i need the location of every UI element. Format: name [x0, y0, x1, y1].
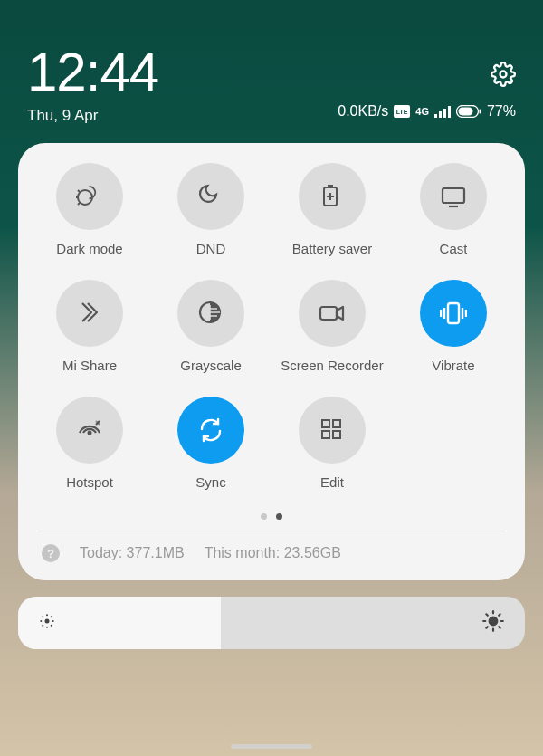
battery-plus-icon — [299, 163, 366, 230]
tile-label: Vibrate — [432, 358, 474, 373]
notification-header: 12:44 Thu, 9 Apr 0.0KB/s LTE 4G 77% — [0, 0, 543, 130]
tile-sync[interactable]: Sync — [150, 397, 272, 490]
tile-label: Screen Recorder — [281, 358, 383, 373]
home-indicator[interactable] — [231, 744, 312, 749]
tile-mi-share[interactable]: Mi Share — [29, 280, 150, 373]
tile-label: Grayscale — [180, 358, 242, 373]
data-usage-month: This month: 23.56GB — [205, 545, 341, 561]
tile-vibrate[interactable]: Vibrate — [393, 280, 514, 373]
data-usage-row[interactable]: ? Today: 377.1MB This month: 23.56GB — [29, 531, 514, 564]
brightness-high-icon — [462, 609, 525, 636]
quick-settings-panel: Dark modeDNDBattery saverCastMi ShareGra… — [18, 143, 525, 580]
data-usage-today: Today: 377.1MB — [80, 545, 185, 561]
svg-point-14 — [52, 620, 54, 622]
svg-text:LTE: LTE — [396, 109, 408, 115]
grayscale-icon — [177, 280, 244, 347]
tile-label: Cast — [440, 241, 468, 256]
network-type: 4G — [415, 107, 429, 117]
tile-label: Sync — [195, 474, 225, 490]
camcorder-icon — [299, 280, 366, 347]
settings-button[interactable] — [491, 62, 516, 91]
tile-label: DND — [196, 241, 226, 256]
vibrate-icon — [420, 280, 487, 347]
svg-rect-4 — [439, 111, 442, 118]
svg-point-12 — [46, 627, 48, 628]
tile-label: Hotspot — [66, 474, 113, 490]
tile-label: Battery saver — [292, 241, 372, 256]
help-icon: ? — [42, 544, 60, 562]
clock: 12:44 — [27, 45, 158, 100]
tile-battery-saver[interactable]: Battery saver — [272, 163, 393, 256]
gear-icon — [491, 62, 516, 87]
tile-hotspot[interactable]: Hotspot — [29, 397, 150, 490]
svg-point-13 — [40, 620, 42, 622]
hotspot-icon — [56, 397, 123, 464]
cast-icon — [420, 163, 487, 230]
tile-dnd[interactable]: DND — [150, 163, 272, 256]
svg-point-11 — [46, 614, 48, 616]
moon-icon — [177, 163, 244, 230]
svg-rect-6 — [448, 106, 451, 118]
pager-dot — [261, 513, 267, 520]
svg-point-18 — [51, 625, 52, 627]
svg-point-0 — [500, 72, 507, 78]
sync-icon — [177, 397, 244, 464]
svg-rect-3 — [434, 114, 437, 118]
svg-point-16 — [51, 616, 52, 617]
volte-icon: LTE — [394, 105, 410, 118]
battery-percent: 77% — [487, 103, 516, 120]
tile-edit[interactable]: Edit — [272, 397, 393, 490]
svg-line-23 — [499, 627, 500, 628]
tile-label: Mi Share — [62, 358, 117, 373]
grid-icon — [299, 397, 366, 464]
brightness-low-icon — [18, 612, 76, 634]
tile-screen-recorder[interactable]: Screen Recorder — [272, 280, 393, 373]
tile-label: Dark mode — [56, 241, 122, 256]
mi-share-icon — [56, 280, 123, 347]
svg-line-22 — [486, 614, 488, 616]
dark-mode-icon — [56, 163, 123, 230]
signal-icon — [434, 105, 451, 118]
page-indicator — [29, 513, 514, 520]
data-speed: 0.0KB/s — [338, 103, 388, 120]
svg-rect-5 — [443, 109, 446, 118]
svg-rect-9 — [479, 110, 481, 114]
svg-rect-8 — [458, 108, 472, 116]
svg-point-19 — [490, 617, 498, 626]
tile-dark-mode[interactable]: Dark mode — [29, 163, 150, 256]
tile-cast[interactable]: Cast — [393, 163, 514, 256]
svg-point-15 — [42, 616, 43, 617]
tile-label: Edit — [320, 474, 344, 490]
tile-grayscale[interactable]: Grayscale — [150, 280, 272, 373]
svg-point-10 — [45, 619, 50, 624]
date: Thu, 9 Apr — [27, 107, 158, 125]
svg-line-26 — [486, 627, 488, 628]
svg-point-17 — [42, 625, 43, 627]
svg-line-27 — [499, 614, 500, 616]
brightness-slider[interactable] — [18, 597, 525, 649]
battery-icon — [456, 105, 481, 118]
pager-dot — [276, 513, 282, 520]
